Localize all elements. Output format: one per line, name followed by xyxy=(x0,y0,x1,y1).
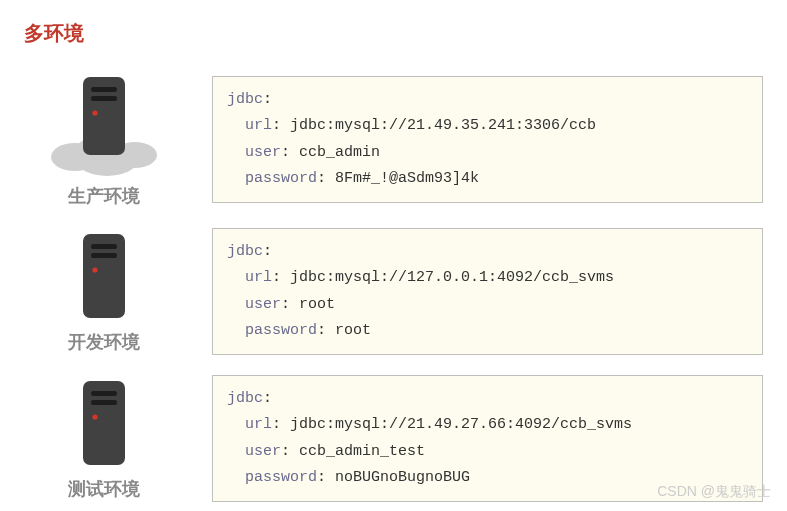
jdbc-password-val: noBUGnoBugnoBUG xyxy=(335,469,470,486)
jdbc-user-key: user xyxy=(245,443,281,460)
jdbc-header-key: jdbc xyxy=(227,390,263,407)
env-row-development: 开发环境 jdbc: url: jdbc:mysql://127.0.0.1:4… xyxy=(24,228,763,355)
server-icon xyxy=(74,377,134,469)
jdbc-password-key: password xyxy=(245,469,317,486)
jdbc-user-val: ccb_admin xyxy=(299,144,380,161)
jdbc-url-key: url xyxy=(245,416,272,433)
jdbc-header-key: jdbc xyxy=(227,91,263,108)
jdbc-url-key: url xyxy=(245,269,272,286)
svg-rect-9 xyxy=(91,244,117,249)
jdbc-url-val: jdbc:mysql://127.0.0.1:4092/ccb_svms xyxy=(290,269,614,286)
env-label: 测试环境 xyxy=(68,477,140,501)
env-label: 开发环境 xyxy=(68,330,140,354)
server-on-cloud-icon xyxy=(39,71,169,176)
jdbc-config-production: jdbc: url: jdbc:mysql://21.49.35.241:330… xyxy=(212,76,763,203)
jdbc-user-key: user xyxy=(245,144,281,161)
svg-rect-6 xyxy=(91,96,117,101)
page-title: 多环境 xyxy=(24,20,763,47)
env-graphic: 测试环境 xyxy=(24,377,184,501)
env-row-production: 生产环境 jdbc: url: jdbc:mysql://21.49.35.24… xyxy=(24,71,763,208)
svg-point-7 xyxy=(92,110,97,115)
jdbc-user-val: ccb_admin_test xyxy=(299,443,425,460)
svg-point-15 xyxy=(92,414,97,419)
jdbc-config-development: jdbc: url: jdbc:mysql://127.0.0.1:4092/c… xyxy=(212,228,763,355)
jdbc-user-val: root xyxy=(299,296,335,313)
env-row-testing: 测试环境 jdbc: url: jdbc:mysql://21.49.27.66… xyxy=(24,375,763,502)
svg-rect-10 xyxy=(91,253,117,258)
jdbc-password-key: password xyxy=(245,322,317,339)
svg-rect-5 xyxy=(91,87,117,92)
jdbc-user-key: user xyxy=(245,296,281,313)
jdbc-url-key: url xyxy=(245,117,272,134)
jdbc-url-val: jdbc:mysql://21.49.35.241:3306/ccb xyxy=(290,117,596,134)
jdbc-password-key: password xyxy=(245,170,317,187)
server-icon xyxy=(74,230,134,322)
svg-point-11 xyxy=(92,267,97,272)
svg-rect-13 xyxy=(91,391,117,396)
jdbc-url-val: jdbc:mysql://21.49.27.66:4092/ccb_svms xyxy=(290,416,632,433)
svg-rect-14 xyxy=(91,400,117,405)
jdbc-password-val: root xyxy=(335,322,371,339)
jdbc-password-val: 8Fm#_!@aSdm93]4k xyxy=(335,170,479,187)
env-graphic: 开发环境 xyxy=(24,230,184,354)
env-label: 生产环境 xyxy=(68,184,140,208)
env-graphic: 生产环境 xyxy=(24,71,184,208)
jdbc-header-key: jdbc xyxy=(227,243,263,260)
jdbc-config-testing: jdbc: url: jdbc:mysql://21.49.27.66:4092… xyxy=(212,375,763,502)
